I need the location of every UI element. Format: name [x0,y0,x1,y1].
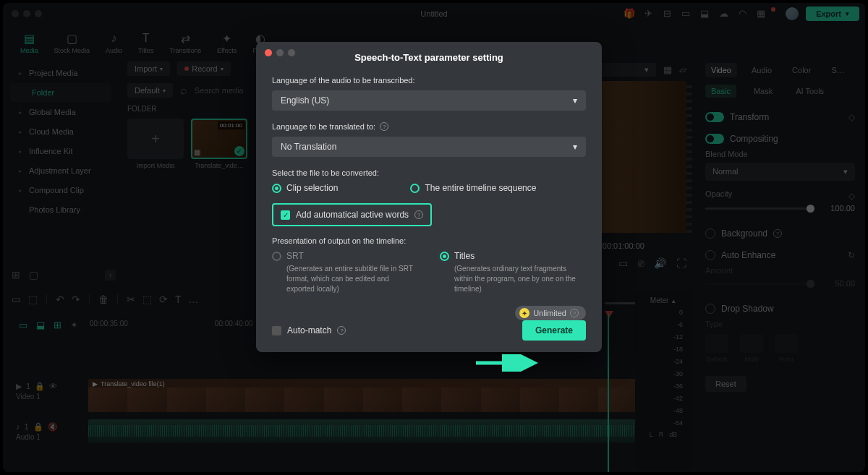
chevron-down-icon: ▾ [573,142,577,152]
language-select[interactable]: English (US)▾ [272,90,586,111]
radio-clip-selection[interactable]: Clip selection [272,183,338,193]
radio-entire-timeline[interactable]: The entire timeline sequence [410,183,536,193]
language-label: Language of the audio to be transcribed: [272,76,586,85]
star-icon: ✦ [519,308,529,318]
help-icon[interactable]: ? [414,210,423,219]
radio-titles[interactable]: Titles [440,251,586,261]
annotation-arrow [475,354,540,375]
dialog-title: Speech-to-Text parameter setting [272,52,586,63]
translate-label: Language to be translated to:? [272,122,586,131]
file-select-label: Select the file to be converted: [272,168,586,177]
unlimited-badge[interactable]: ✦Unlimited? [515,306,586,320]
presentation-label: Presentation of output on the timeline: [272,236,586,245]
speech-to-text-dialog: Speech-to-Text parameter setting Languag… [256,42,602,352]
help-icon[interactable]: ? [337,326,346,335]
help-icon[interactable]: ? [380,122,388,131]
translate-select[interactable]: No Translation▾ [272,137,586,157]
chevron-down-icon: ▾ [573,95,577,106]
radio-srt: SRT [272,251,418,261]
help-icon[interactable]: ? [570,309,579,317]
auto-active-words-row: ✓Add automatical active words? [272,203,432,226]
checkbox-auto-match[interactable]: ✓Auto-match? [272,325,346,335]
dialog-traffic-lights[interactable] [265,49,295,56]
generate-button[interactable]: Generate [522,320,586,341]
checkbox-auto-active-words[interactable]: ✓Add automatical active words? [281,210,423,220]
